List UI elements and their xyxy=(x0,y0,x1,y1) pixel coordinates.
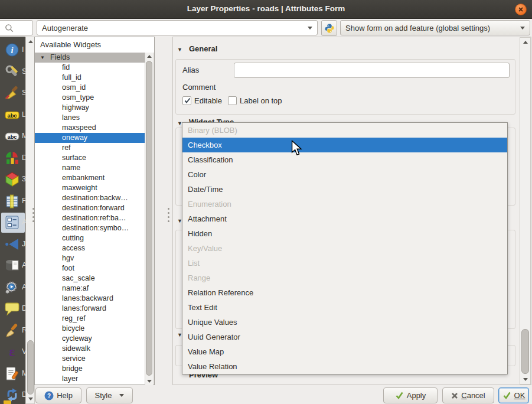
sidebar-tab-labels[interactable]: abcL xyxy=(0,107,25,126)
widget-type-option[interactable]: Checkbox xyxy=(182,138,507,152)
show-form-combo[interactable]: Show form on add feature (global setting… xyxy=(340,20,530,35)
field-item[interactable]: layer xyxy=(35,374,145,384)
field-item[interactable]: osm_id xyxy=(35,83,145,93)
field-item[interactable]: hgv xyxy=(35,253,145,263)
search-icon xyxy=(4,23,15,34)
alias-input[interactable] xyxy=(234,63,510,78)
sidebar-tab-metadata[interactable]: M xyxy=(0,366,25,385)
sidebar-tab-source[interactable]: S xyxy=(0,64,25,83)
help-button[interactable]: ? Help xyxy=(35,387,81,403)
widget-type-option[interactable]: Value Map xyxy=(182,344,507,359)
field-item[interactable]: embankment xyxy=(35,173,145,183)
field-item[interactable]: destination:backw… xyxy=(35,193,145,203)
field-item[interactable]: foot xyxy=(35,263,145,273)
widget-type-option[interactable]: Relation Reference xyxy=(182,285,507,300)
scroll-down-icon[interactable] xyxy=(147,380,152,383)
sidebar-tab-masks[interactable]: abcM xyxy=(0,129,25,148)
sidebar-tab-symbology[interactable]: S xyxy=(0,86,25,105)
scroll-up-icon[interactable] xyxy=(147,55,152,58)
field-item-label: service xyxy=(62,354,86,364)
widget-type-option[interactable]: Date/Time xyxy=(182,182,507,197)
sidebar-tab-variables[interactable]: εV xyxy=(0,344,25,363)
widget-type-option[interactable]: Attachment xyxy=(182,211,507,226)
field-item[interactable]: bridge xyxy=(35,364,145,374)
sidebar-tab-diagrams[interactable]: D xyxy=(0,151,25,170)
panel-scrollbar[interactable] xyxy=(520,37,531,385)
field-item[interactable]: sidewalk xyxy=(35,344,145,354)
field-item-label: oneway xyxy=(62,133,87,143)
field-item[interactable]: ref xyxy=(35,143,145,153)
cancel-button[interactable]: Cancel xyxy=(442,387,494,403)
field-item[interactable]: lanes xyxy=(35,113,145,123)
sidebar-tab-display[interactable]: D xyxy=(0,301,25,320)
apply-button[interactable]: Apply xyxy=(383,387,438,403)
field-item[interactable]: cutting xyxy=(35,233,145,243)
field-item[interactable]: access xyxy=(35,243,145,253)
field-item[interactable]: osm_type xyxy=(35,93,145,103)
sidebar-tab-information[interactable]: iI xyxy=(0,43,25,61)
sidebar-scrollbar-thumb[interactable] xyxy=(27,340,34,395)
panel-scrollbar-thumb[interactable] xyxy=(521,329,529,374)
splitter-grip[interactable] xyxy=(168,208,169,224)
ok-button[interactable]: OK xyxy=(498,387,529,403)
field-item-label: osm_type xyxy=(62,93,94,103)
field-item[interactable]: surface xyxy=(35,153,145,163)
field-item[interactable]: cycleway xyxy=(35,334,145,344)
scroll-up-icon[interactable] xyxy=(523,41,528,44)
sidebar-tab-view-3d[interactable]: 3 xyxy=(0,172,25,191)
field-item[interactable]: destination:symbo… xyxy=(35,223,145,233)
search-input[interactable] xyxy=(0,20,33,35)
style-menu-button[interactable]: Style xyxy=(86,387,133,403)
editable-checkbox[interactable] xyxy=(182,96,191,105)
sidebar-tab-auxiliary-storage[interactable]: A xyxy=(0,258,25,277)
field-item[interactable]: full_id xyxy=(35,73,145,83)
label-on-top-checkbox[interactable] xyxy=(228,96,237,105)
sidebar-tab-actions[interactable]: A xyxy=(0,280,25,299)
field-item[interactable]: maxweight xyxy=(35,183,145,193)
field-item[interactable]: bicycle xyxy=(35,324,145,334)
form-layout-combo[interactable]: Autogenerate xyxy=(37,20,318,35)
widget-type-option[interactable]: Uuid Generator xyxy=(182,330,507,344)
field-item[interactable]: fid xyxy=(35,63,145,73)
field-item[interactable]: reg_ref xyxy=(35,314,145,324)
sidebar-tab-joins[interactable]: J xyxy=(0,237,25,256)
field-item[interactable]: destination:forward xyxy=(35,203,145,213)
scroll-down-icon[interactable] xyxy=(28,398,33,400)
field-item-label: maxspeed xyxy=(62,123,96,133)
field-item[interactable]: highway xyxy=(35,103,145,113)
sidebar-tab-attributes-form[interactable]: A xyxy=(0,215,25,234)
widget-type-option[interactable]: Value Relation xyxy=(182,359,507,374)
scroll-up-icon[interactable] xyxy=(28,40,33,43)
field-item[interactable]: oneway xyxy=(35,133,145,143)
field-item[interactable]: name xyxy=(35,163,145,173)
widget-type-option[interactable]: Text Edit xyxy=(182,300,507,315)
field-item[interactable]: service xyxy=(35,354,145,364)
chevron-down-icon xyxy=(520,27,525,30)
widget-type-option[interactable]: Classification xyxy=(182,152,507,167)
field-item[interactable]: name:af xyxy=(35,284,145,294)
close-button[interactable] xyxy=(515,4,527,15)
fields-group-row[interactable]: ▼Fields xyxy=(35,53,145,63)
editable-label[interactable]: Editable xyxy=(194,96,222,105)
general-section-heading: General xyxy=(189,44,217,53)
sidebar-tab-rendering[interactable]: R xyxy=(0,323,25,342)
widget-type-option[interactable]: Unique Values xyxy=(182,315,507,330)
field-item[interactable]: maxspeed xyxy=(35,123,145,133)
collapse-caret-icon[interactable]: ▼ xyxy=(177,47,182,53)
titlebar[interactable]: Layer Properties - roads | Attributes Fo… xyxy=(0,0,532,19)
splitter-grip[interactable] xyxy=(32,208,34,224)
widget-type-option[interactable]: Color xyxy=(182,167,507,182)
widget-type-option[interactable]: Hidden xyxy=(182,226,507,241)
field-item[interactable]: lanes:backward xyxy=(35,294,145,304)
field-item[interactable]: destination:ref:ba… xyxy=(35,213,145,223)
fields-tree-scrollbar[interactable] xyxy=(145,53,154,385)
scroll-down-icon[interactable] xyxy=(523,378,528,381)
expand-caret-icon[interactable]: ▼ xyxy=(40,53,45,63)
apply-check-icon xyxy=(395,391,404,400)
python-init-button[interactable] xyxy=(321,20,337,36)
fields-tree-scrollbar-thumb[interactable] xyxy=(146,61,152,376)
field-item[interactable]: lanes:forward xyxy=(35,304,145,314)
sidebar-tab-fields[interactable]: F xyxy=(0,194,25,213)
field-item[interactable]: sac_scale xyxy=(35,273,145,284)
label-on-top-label[interactable]: Label on top xyxy=(240,96,282,105)
